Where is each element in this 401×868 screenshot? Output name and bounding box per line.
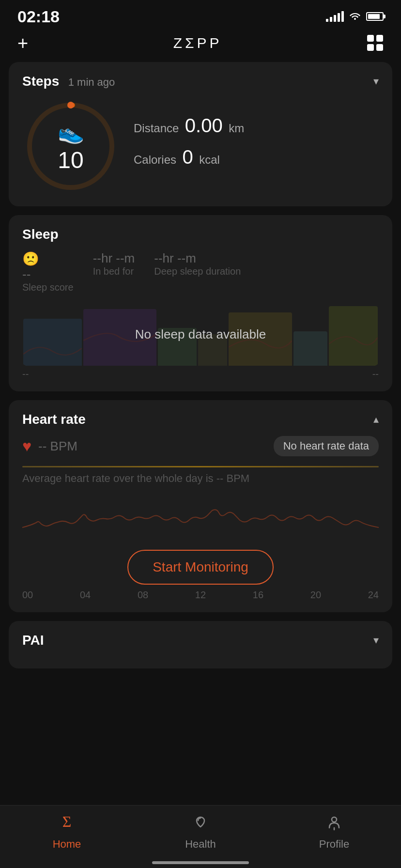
heart-rate-chevron-up-icon[interactable]: ▴ [373,413,379,426]
steps-title: Steps [22,74,59,89]
sleep-chart: No sleep data available [22,303,379,366]
time-label-24: 24 [368,589,379,601]
deep-sleep-label: Deep sleep duration [154,266,241,277]
time-label-20: 20 [310,589,321,601]
sleep-label-start: -- [22,369,29,380]
sleep-score-value: -- [22,267,74,282]
home-indicator [152,861,249,864]
heart-row: ♥ -- BPM No heart rate data [22,436,379,456]
no-sleep-overlay: No sleep data available [22,303,379,366]
distance-value: 0.00 [185,115,223,136]
in-bed-label: In bed for [93,266,135,277]
distance-stat: Distance 0.00 km [134,115,379,137]
deep-sleep-value: --hr --m [154,251,241,266]
health-tab-icon [192,813,209,835]
time-label-00: 00 [22,589,33,601]
sleep-stats-row: 🙁 -- Sleep score --hr --m In bed for --h… [22,251,379,293]
battery-icon [366,12,384,21]
home-tab-icon: Σ [58,813,76,835]
start-monitoring-button[interactable]: Start Monitoring [127,550,274,585]
heart-bpm-text: -- BPM [38,439,77,454]
apps-icon[interactable] [367,35,384,51]
heart-rate-chart [22,494,379,542]
heart-rate-card: Heart rate ▴ ♥ -- BPM No heart rate data… [9,400,392,612]
status-icons [326,11,384,23]
add-button[interactable]: + [17,34,28,52]
steps-card: Steps 1 min ago ▾ 👟 10 Distance 0.00 [9,62,392,206]
steps-chevron-down-icon[interactable]: ▾ [373,75,379,88]
pai-card: PAI ▾ [9,621,392,668]
heart-rate-header: Heart rate ▴ [22,412,379,427]
distance-label: Distance [134,122,179,135]
sleep-score-stat: 🙁 -- Sleep score [22,251,74,293]
sleep-card-header: Sleep [22,227,379,242]
steps-subtitle: 1 min ago [68,76,115,88]
tab-bar: Σ Home Health Profile [0,805,401,868]
sleep-chart-labels: -- -- [22,369,379,380]
steps-inner: 👟 10 [58,120,84,173]
no-sleep-text: No sleep data available [135,327,266,342]
home-tab-label: Home [53,838,81,851]
time-label-04: 04 [80,589,91,601]
steps-circle: 👟 10 [22,98,119,195]
calories-label: Calories [134,153,176,166]
tab-profile[interactable]: Profile [267,806,401,858]
no-heart-data-text: No heart rate data [283,440,369,452]
no-hr-line [22,466,379,467]
time-labels: 00 04 08 12 16 20 24 [22,589,379,601]
app-title: ZΣPP [173,35,222,51]
calories-value: 0 [182,146,193,168]
calories-stat: Calories 0 kcal [134,146,379,168]
sleep-score-label: Sleep score [22,282,74,293]
steps-stats: Distance 0.00 km Calories 0 kcal [134,115,379,178]
svg-point-4 [332,817,337,822]
in-bed-stat: --hr --m In bed for [93,251,135,277]
tab-health[interactable]: Health [134,806,267,858]
pai-title: PAI [22,633,44,648]
sleep-title: Sleep [22,227,59,242]
svg-point-2 [67,102,74,108]
steps-content: 👟 10 Distance 0.00 km Calories 0 kcal [22,98,379,195]
time-label-16: 16 [253,589,263,601]
time-label-12: 12 [195,589,206,601]
sleep-card: Sleep 🙁 -- Sleep score --hr --m In bed f… [9,215,392,391]
calories-unit: kcal [199,153,220,166]
pai-chevron-down-icon[interactable]: ▾ [373,634,379,647]
steps-card-header: Steps 1 min ago ▾ [22,74,379,89]
top-nav: + ZΣPP [0,29,401,62]
heart-icon: ♥ [22,437,31,455]
wifi-icon [349,11,361,23]
steps-title-group: Steps 1 min ago [22,74,115,89]
heart-rate-title: Heart rate [22,412,86,427]
status-time: 02:18 [17,7,60,26]
health-tab-label: Health [185,838,216,851]
distance-unit: km [229,122,244,135]
in-bed-value: --hr --m [93,251,135,266]
deep-sleep-stat: --hr --m Deep sleep duration [154,251,241,277]
steps-count: 10 [58,147,83,173]
avg-heart-text: Average heart rate over the whole day is… [22,472,379,485]
no-heart-data-badge: No heart rate data [274,436,379,456]
time-label-08: 08 [138,589,148,601]
pai-card-header: PAI ▾ [22,633,379,648]
sleep-label-end: -- [372,369,379,380]
status-bar: 02:18 [0,0,401,29]
profile-tab-label: Profile [319,838,349,851]
signal-icon [326,11,344,22]
tab-home[interactable]: Σ Home [0,806,134,858]
svg-text:Σ: Σ [62,813,72,830]
profile-tab-icon [325,813,343,835]
